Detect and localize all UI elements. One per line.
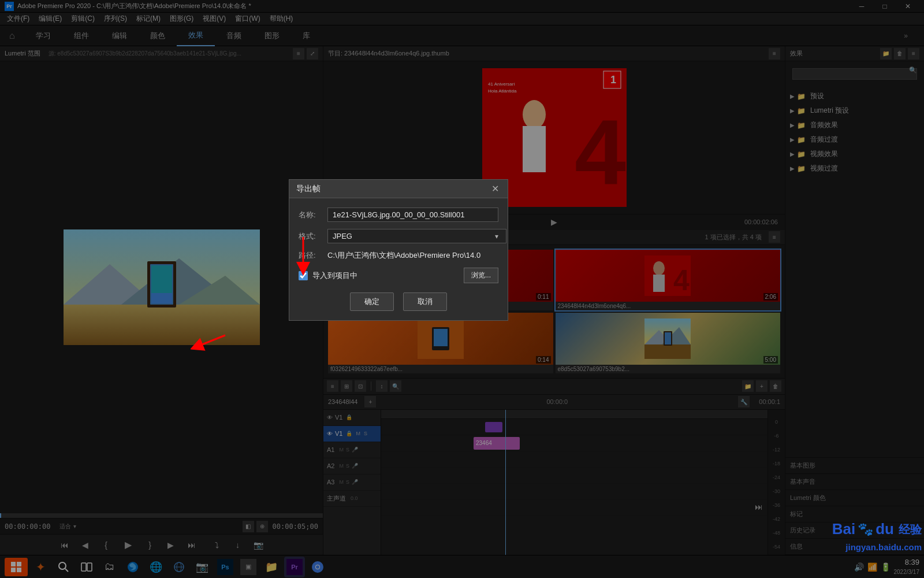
dialog-format-label: 格式:	[299, 231, 327, 242]
dialog-import-checkbox[interactable]	[299, 271, 308, 280]
baidu-watermark: Bai 🐾 du 经验 jingyan.baidu.com	[832, 520, 922, 554]
dialog-body: 名称: 格式: JPEG PNG BMP TIFF ▾ 路径: C:\用户\王鸿…	[289, 198, 508, 320]
dialog-import-label: 导入到项目中	[312, 271, 357, 281]
dialog-path-row: 路径: C:\用户\王鸿伟\文档\Adobe\Premiere Pro\14.0	[299, 250, 498, 261]
dialog-path-value: C:\用户\王鸿伟\文档\Adobe\Premiere Pro\14.0	[327, 250, 498, 261]
baidu-brand-line: Bai 🐾 du 经验	[832, 520, 922, 538]
baidu-url-text: jingyan.baidu.com	[845, 542, 922, 552]
dialog-title: 导出帧	[296, 184, 321, 194]
cancel-button[interactable]: 取消	[403, 292, 447, 311]
baidu-du: du	[875, 520, 894, 538]
dialog-import-row: 导入到项目中 浏览...	[299, 268, 498, 283]
export-dialog: 导出帧 ✕ 名称: 格式: JPEG PNG BMP TIFF ▾ 路径: C:…	[289, 179, 508, 321]
dialog-buttons: 确定 取消	[299, 292, 498, 311]
baidu-paw: 🐾	[858, 522, 873, 537]
dialog-overlay: 导出帧 ✕ 名称: 格式: JPEG PNG BMP TIFF ▾ 路径: C:…	[0, 0, 924, 578]
dialog-path-label: 路径:	[299, 250, 327, 261]
dialog-name-label: 名称:	[299, 210, 327, 220]
dialog-title-bar: 导出帧 ✕	[289, 180, 508, 198]
confirm-button[interactable]: 确定	[350, 292, 394, 311]
baidu-jingyan: 经验	[899, 523, 922, 536]
browse-button[interactable]: 浏览...	[464, 268, 498, 283]
dialog-format-select[interactable]: JPEG PNG BMP TIFF	[327, 229, 506, 243]
dialog-close-btn[interactable]: ✕	[489, 183, 501, 195]
dialog-format-row: 格式: JPEG PNG BMP TIFF ▾	[299, 229, 498, 243]
dialog-name-input[interactable]	[327, 208, 498, 222]
baidu-bai: Bai	[832, 520, 855, 538]
dialog-name-row: 名称:	[299, 208, 498, 222]
baidu-url: jingyan.baidu.com	[832, 539, 922, 554]
